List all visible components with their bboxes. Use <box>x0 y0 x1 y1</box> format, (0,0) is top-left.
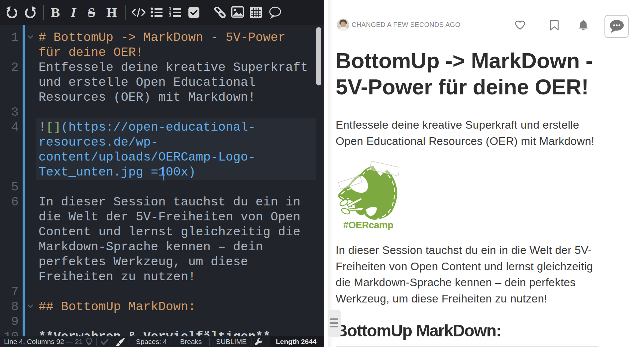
svg-text:3: 3 <box>169 14 171 18</box>
